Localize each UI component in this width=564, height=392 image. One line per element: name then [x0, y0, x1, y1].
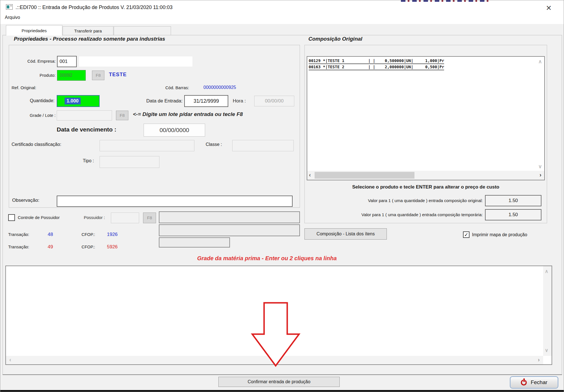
possuidor-desc-field-2 [159, 224, 300, 236]
cod-barras-label: Cód. Barras: [165, 85, 189, 90]
possuidor-f8-button[interactable]: F8 [143, 213, 156, 223]
vencimento-label: Data de vencimento : [57, 126, 116, 133]
imprimir-mapa-label: Imprimir mapa de produção [472, 232, 527, 237]
app-icon-shadow [10, 5, 12, 6]
cfop2-value: 5926 [107, 244, 118, 250]
produto-f8-button[interactable]: F8 [92, 71, 104, 80]
vencimento-input[interactable]: 00/00/0000 [144, 124, 205, 137]
transacao1-label: Transação: [8, 232, 29, 237]
grade-scroll-up-icon[interactable]: ∧ [545, 268, 548, 274]
tab-propriedades-label: Propriedades [21, 28, 47, 33]
observacao-input[interactable] [57, 196, 293, 207]
certificado-input [100, 140, 194, 151]
empresa-name-field [79, 56, 192, 67]
bottom-edge [0, 390, 564, 392]
transacao2-label: Transação: [8, 244, 29, 249]
select-product-hint: Selecione o produto e tecle ENTER para a… [304, 184, 547, 190]
controle-possuidor-checkbox[interactable] [8, 214, 15, 221]
fechar-label: Fechar [531, 379, 547, 386]
data-entrada-label: Data de Entrada: [124, 98, 183, 104]
tab-empty[interactable] [114, 26, 171, 35]
quantidade-selected-text: 1.000 [65, 98, 81, 104]
hora-field: 00/00/00 [254, 96, 294, 106]
list-scroll-left-icon[interactable]: ‹ [309, 172, 311, 178]
possuidor-desc-field-3 [159, 237, 230, 248]
composicao-row[interactable]: 00163 *|TESTE 2 | | 2,000000|UN| 0,500|P… [309, 64, 444, 70]
cod-empresa-input[interactable]: 001 [57, 56, 77, 67]
grade-lote-hint: <-= Digite um lote p/dar entrada ou tecl… [133, 111, 243, 117]
list-hscroll-thumb[interactable] [315, 172, 414, 179]
possuidor-input [111, 213, 139, 223]
window-title: .::EDI700 :: Entrada de Produção de Prod… [16, 5, 172, 10]
menu-arquivo[interactable]: Arquivo [5, 15, 20, 20]
cfop1-label: CFOP.: [82, 232, 95, 237]
tipo-label: Tipo : [76, 158, 94, 163]
classe-label: Classe : [206, 142, 222, 147]
list-scroll-right-icon[interactable]: › [539, 172, 541, 178]
produto-input[interactable]: 00092 [57, 70, 86, 81]
fechar-button[interactable]: Fechar [510, 376, 558, 389]
valor-original-label: Valor para 1 ( uma quantidade ) entrada … [305, 198, 483, 203]
cfop1-value: 1926 [107, 232, 118, 237]
valor-temporaria-label: Valor para 1 ( uma quantidade ) entrada … [305, 212, 483, 217]
app-icon-glyph [7, 5, 9, 8]
tab-transferir-label: Transferir para [74, 29, 102, 33]
tab-transferir-para[interactable]: Transferir para [63, 26, 113, 35]
transacao2-value: 49 [48, 244, 53, 250]
possuidor-desc-field-1 [159, 211, 300, 223]
cropped-overlay-artifact [401, 0, 488, 2]
transacao1-value: 48 [48, 232, 53, 237]
grade-lote-f8-button[interactable]: F8 [116, 111, 128, 120]
list-scroll-up-icon[interactable]: ∧ [538, 58, 542, 65]
cod-empresa-label: Cód. Empresa: [12, 59, 56, 63]
controle-possuidor-label: Controle de Possuidor [18, 215, 60, 220]
produto-label: Produto: [28, 73, 56, 78]
grade-scroll-right-icon[interactable]: › [538, 356, 540, 363]
produto-name: TESTE [109, 72, 127, 78]
app-icon [6, 4, 13, 10]
tipo-input [100, 156, 159, 168]
footer-divider-highlight [3, 375, 562, 375]
grade-scroll-down-icon[interactable]: ∨ [545, 347, 548, 353]
imprimir-mapa-checkbox[interactable]: ✓ [463, 231, 469, 238]
observacao-label: Observação: [12, 198, 39, 203]
data-entrada-input[interactable]: 31/12/9999 [184, 95, 228, 107]
hora-label: Hora : [233, 98, 246, 104]
ref-original-label: Ref. Original: [12, 85, 36, 90]
cod-barras-value: 0000000000925 [203, 85, 236, 90]
composicao-lista-itens-button[interactable]: Composição - Lista dos ítens [304, 228, 387, 240]
composicao-listbox: 00129 *|TESTE 1 | | 0,500000|UN| 1,000|P… [307, 56, 545, 180]
grade-materia-prima-hint: Grade da matéria prima - Enter ou 2 cliq… [126, 255, 408, 262]
tab-propriedades[interactable]: Propriedades [6, 25, 62, 36]
possuidor-label: Possuidor : [84, 215, 105, 220]
composicao-row[interactable]: 00129 *|TESTE 1 | | 0,500000|UN| 1,000|P… [309, 58, 444, 64]
valor-temporaria-field: 1.50 [485, 209, 541, 220]
composicao-legend: Composição Original [307, 36, 364, 42]
propriedades-legend: Propriedades - Processo realizado soment… [12, 36, 167, 42]
confirmar-entrada-button[interactable]: Confirmar entrada de produção [218, 377, 340, 387]
certificado-label: Certificado classificação: [12, 142, 61, 147]
valor-original-field: 1.50 [485, 195, 541, 206]
list-hscrollbar[interactable]: ‹ › [307, 171, 544, 180]
cfop2-label: CFOP.: [82, 244, 95, 249]
power-icon [521, 380, 527, 386]
quantidade-input[interactable]: 1.000 [57, 95, 100, 107]
grade-lote-label: Grade / Lote : [17, 113, 56, 118]
quantidade-label: Quantidade: [12, 98, 54, 103]
grade-vscrollbar[interactable]: ∧ ∨ [543, 266, 552, 356]
app-window: .::EDI700 :: Entrada de Produção de Prod… [0, 0, 564, 392]
close-icon[interactable]: ✕ [543, 3, 555, 13]
classe-input [232, 140, 294, 151]
grade-lote-input [57, 110, 112, 121]
grade-scroll-left-icon[interactable]: ‹ [9, 356, 11, 363]
down-arrow-annotation [249, 299, 311, 370]
list-scroll-down-icon[interactable]: ∨ [538, 163, 542, 170]
